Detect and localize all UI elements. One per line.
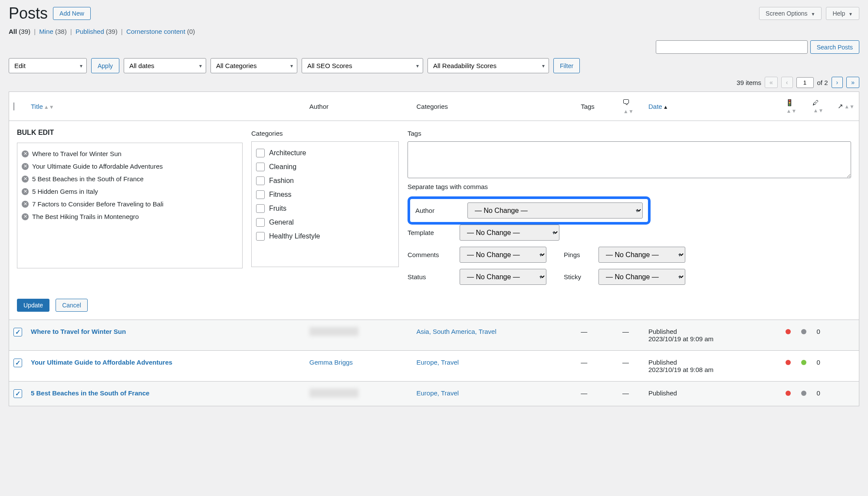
bulk-tags-input[interactable] (408, 141, 851, 178)
filter-mine[interactable]: Mine (38) (39, 28, 66, 35)
post-title-link[interactable]: 5 Best Beaches in the South of France (31, 389, 149, 397)
pings-select[interactable]: — No Change — (598, 247, 685, 263)
status-label: Status (408, 273, 451, 281)
table-row: ✓5 Best Beaches in the South of Franceho… (9, 382, 859, 406)
category-checkbox[interactable] (256, 218, 265, 227)
remove-icon[interactable]: ✕ (22, 201, 29, 208)
category-label: Healthy Lifestyle (269, 232, 320, 240)
search-input[interactable] (656, 40, 808, 54)
page-total: of 2 (817, 79, 828, 86)
last-page-button[interactable]: » (846, 77, 859, 88)
sticky-label: Sticky (564, 273, 590, 281)
category-checkbox[interactable] (256, 176, 265, 185)
category-label: Architecture (269, 149, 306, 157)
update-button[interactable]: Update (17, 299, 49, 312)
category-checkbox[interactable] (256, 163, 265, 171)
cancel-button[interactable]: Cancel (56, 299, 88, 312)
post-title: 5 Hidden Gems in Italy (32, 188, 98, 195)
category-checkbox[interactable] (256, 190, 265, 199)
remove-icon[interactable]: ✕ (22, 176, 29, 183)
category-label: Fruits (269, 205, 286, 212)
comment-icon: 🗨 (622, 98, 630, 107)
add-new-button[interactable]: Add New (53, 7, 91, 20)
author-link[interactable]: Gemma Briggs (309, 359, 353, 366)
post-title-link[interactable]: Your Ultimate Guide to Affordable Advent… (31, 359, 172, 366)
template-select[interactable]: — No Change — (460, 225, 559, 241)
post-title: 5 Best Beaches in the South of France (32, 175, 144, 183)
filter-button[interactable]: Filter (553, 58, 580, 73)
date-cell: Published2023/10/19 at 9:08 am (644, 351, 781, 382)
bulk-post-item: ✕7 Factors to Consider Before Traveling … (22, 198, 238, 210)
remove-icon[interactable]: ✕ (22, 163, 29, 170)
seo-dot (786, 360, 791, 365)
first-page-button[interactable]: « (765, 77, 778, 88)
links-count: 0 (817, 359, 820, 366)
readability-dot (801, 329, 806, 334)
filter-published[interactable]: Published (39) (76, 28, 118, 35)
screen-options-button[interactable]: Screen Options ▼ (759, 7, 822, 20)
category-checkbox[interactable] (256, 204, 265, 213)
apply-button[interactable]: Apply (91, 58, 119, 73)
col-tags[interactable]: Tags (576, 92, 618, 121)
post-title: Where to Travel for Winter Sun (32, 150, 122, 157)
select-all-checkbox[interactable] (13, 102, 14, 111)
category-item: Fitness (256, 188, 394, 202)
author-blurred: hollysantamaria (309, 388, 358, 398)
prev-page-button[interactable]: ‹ (781, 77, 793, 88)
readability-dot (801, 360, 806, 365)
row-checkbox[interactable]: ✓ (13, 389, 22, 398)
tags-hint: Separate tags with commas (408, 183, 851, 190)
row-checkbox[interactable]: ✓ (13, 359, 22, 367)
remove-icon[interactable]: ✕ (22, 150, 29, 157)
remove-icon[interactable]: ✕ (22, 213, 29, 220)
col-author[interactable]: Author (305, 92, 412, 121)
status-select[interactable]: — No Change — (460, 269, 546, 285)
comments-cell: — (618, 382, 644, 406)
author-label: Author (415, 207, 459, 214)
bulk-post-item: ✕The Best Hiking Trails in Montenegro (22, 210, 238, 223)
bulk-post-item: ✕5 Best Beaches in the South of France (22, 173, 238, 185)
table-row: ✓Where to Travel for Winter Sunhollysant… (9, 320, 859, 351)
categories-link[interactable]: Asia, South America, Travel (417, 328, 496, 335)
dates-select[interactable]: All dates (124, 58, 206, 73)
filter-cornerstone[interactable]: Cornerstone content (0) (126, 28, 195, 35)
next-page-button[interactable]: › (832, 77, 843, 88)
row-checkbox[interactable]: ✓ (13, 328, 22, 336)
bulk-action-select[interactable]: Edit (9, 58, 87, 73)
sticky-select[interactable]: — No Change — (598, 269, 685, 285)
category-item: Healthy Lifestyle (256, 229, 394, 243)
col-title[interactable]: Title▲▼ (26, 92, 305, 121)
readability-dot (801, 391, 806, 396)
categories-link[interactable]: Europe, Travel (417, 389, 459, 397)
categories-link[interactable]: Europe, Travel (417, 359, 459, 366)
seo-icon: 🚦▲▼ (786, 99, 802, 114)
search-button[interactable]: Search Posts (810, 40, 859, 54)
tags-cell: — (576, 351, 618, 382)
links-count: 0 (817, 389, 820, 397)
category-label: General (269, 219, 294, 226)
category-checkbox[interactable] (256, 232, 265, 241)
author-select[interactable]: — No Change — (467, 202, 643, 219)
tags-cell: — (576, 320, 618, 351)
category-item: Architecture (256, 146, 394, 160)
col-categories[interactable]: Categories (412, 92, 577, 121)
col-comments[interactable]: 🗨▲▼ (618, 92, 644, 121)
page-input[interactable] (796, 77, 814, 88)
remove-icon[interactable]: ✕ (22, 188, 29, 195)
seo-dot (786, 391, 791, 396)
categories-select[interactable]: All Categories (210, 58, 297, 73)
author-highlight: Author — No Change — (408, 196, 651, 225)
readability-select[interactable]: All Readability Scores (427, 58, 549, 73)
post-title: Your Ultimate Guide to Affordable Advent… (32, 163, 163, 170)
category-checkbox[interactable] (256, 149, 265, 157)
post-title-link[interactable]: Where to Travel for Winter Sun (31, 328, 126, 335)
col-date[interactable]: Date▲ (644, 92, 781, 121)
category-item: Fashion (256, 174, 394, 188)
bulk-tags-label: Tags (408, 130, 851, 137)
comments-select[interactable]: — No Change — (460, 247, 546, 263)
pings-label: Pings (564, 251, 590, 258)
help-button[interactable]: Help ▼ (826, 7, 859, 20)
tags-cell: — (576, 382, 618, 406)
seo-select[interactable]: All SEO Scores (302, 58, 423, 73)
seo-dot (786, 329, 791, 334)
